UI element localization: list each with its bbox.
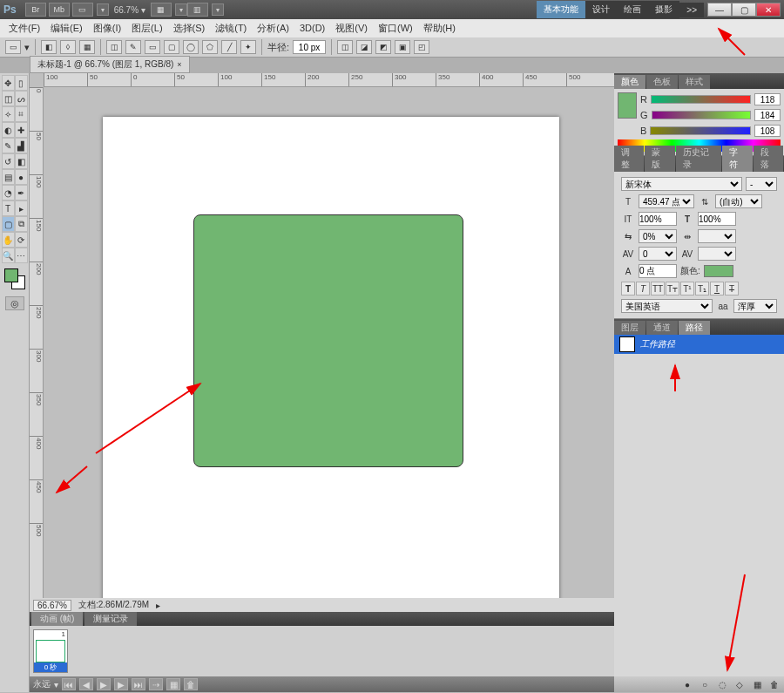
menu-filter[interactable]: 滤镜(T) (212, 20, 250, 37)
artboard-tool[interactable]: ▯ (15, 75, 28, 91)
leading-select[interactable]: (自动) (715, 194, 762, 208)
g-value[interactable] (754, 109, 781, 121)
combine-sub-icon[interactable]: ◩ (375, 40, 391, 54)
workspace-design[interactable]: 设计 (585, 1, 617, 18)
tab-mask[interactable]: 蒙版 (645, 146, 674, 172)
menu-3d[interactable]: 3D(D) (296, 21, 328, 35)
minibridge-button[interactable]: Mb (49, 3, 70, 17)
blur-tool[interactable]: ● (15, 169, 28, 185)
zoom-field[interactable]: 66.67% (33, 600, 71, 611)
color-preview-swatch[interactable] (618, 92, 637, 119)
tab-animation[interactable]: 动画 (帧) (31, 612, 83, 626)
r-slider[interactable] (651, 95, 751, 104)
sel-to-path-icon[interactable]: ◇ (733, 678, 746, 690)
dd[interactable]: ▾ (212, 3, 224, 16)
delete-path-icon[interactable]: 🗑 (768, 678, 781, 690)
frame-1[interactable]: 1 0 秒 (33, 629, 68, 673)
text-color-swatch[interactable] (704, 265, 733, 277)
tab-history[interactable]: 历史记录 (676, 146, 722, 172)
tab-color[interactable]: 颜色 (614, 75, 645, 89)
new-path-icon[interactable]: ▦ (751, 678, 763, 690)
type-tool[interactable]: T (2, 200, 15, 216)
menu-view[interactable]: 视图(V) (332, 20, 371, 37)
canvas[interactable] (44, 87, 614, 598)
bridge-button[interactable]: Br (25, 3, 46, 17)
fill-pixels-icon[interactable]: ▦ (79, 40, 95, 54)
tween-icon[interactable]: ⇢ (149, 678, 163, 690)
tab-adjust[interactable]: 调整 (614, 146, 644, 172)
menu-window[interactable]: 窗口(W) (375, 20, 416, 37)
tool-preset-icon[interactable]: ▭ (5, 40, 21, 54)
first-frame-icon[interactable]: ⏮ (62, 678, 76, 690)
arrange-button[interactable]: ▥ (187, 3, 208, 17)
rotate-tool[interactable]: ⟳ (15, 232, 28, 248)
bold-icon[interactable]: T (621, 282, 635, 296)
move-tool[interactable]: ✥ (2, 75, 15, 91)
work-path-item[interactable]: 工作路径 (614, 335, 784, 354)
fill-path-icon[interactable]: ● (681, 678, 693, 690)
r-value[interactable] (754, 93, 781, 105)
menu-image[interactable]: 图像(I) (90, 20, 125, 37)
screen-mode-button[interactable]: ▭ (72, 3, 93, 17)
custom-shape-icon[interactable]: ✦ (240, 40, 256, 54)
g-slider[interactable] (652, 111, 751, 119)
tab-layers[interactable]: 图层 (614, 321, 645, 335)
status-arrow-icon[interactable]: ▸ (156, 601, 160, 610)
line-icon[interactable]: ╱ (221, 40, 237, 54)
polygon-icon[interactable]: ⬠ (202, 40, 218, 54)
av-select[interactable] (698, 247, 736, 261)
crop-tool[interactable]: ⌗ (15, 106, 28, 122)
dd[interactable]: ▾ (24, 42, 30, 53)
combine-new-icon[interactable]: ◫ (337, 40, 353, 54)
superscript-icon[interactable]: T¹ (680, 282, 694, 296)
color-swatches[interactable] (3, 267, 27, 291)
shape-layers-icon[interactable]: ◧ (41, 40, 57, 54)
next-frame-icon[interactable]: ▶ (114, 678, 128, 690)
workspace-more[interactable]: >> (679, 3, 704, 17)
menu-help[interactable]: 帮助(H) (420, 20, 459, 37)
fg-color-swatch[interactable] (4, 268, 18, 282)
heal-tool[interactable]: ✚ (15, 122, 28, 138)
new-frame-icon[interactable]: ▦ (166, 678, 180, 690)
path-sel-tool[interactable]: ▸ (15, 200, 28, 216)
language-select[interactable]: 美国英语 (621, 299, 713, 313)
workspace-paint[interactable]: 绘画 (617, 1, 648, 18)
gradient-tool[interactable]: ▤ (2, 169, 15, 185)
subscript-icon[interactable]: T₁ (695, 282, 709, 296)
combine-add-icon[interactable]: ◪ (356, 40, 372, 54)
tab-paragraph[interactable]: 段落 (754, 146, 783, 172)
tracking-select[interactable] (698, 229, 736, 243)
menu-analysis[interactable]: 分析(A) (253, 20, 293, 37)
dodge-tool[interactable]: ◔ (2, 185, 15, 200)
dd[interactable]: ▾ (175, 3, 187, 16)
zoom-tool[interactable]: 🔍 (2, 248, 15, 263)
kerning-select[interactable]: 0% (639, 229, 677, 243)
document-tab[interactable]: 未标题-1 @ 66.7% (图层 1, RGB/8) × (30, 56, 190, 73)
rounded-rect-icon[interactable]: ▢ (164, 40, 179, 54)
allcaps-icon[interactable]: TT (651, 282, 665, 296)
ellipse-icon[interactable]: ◯ (183, 40, 199, 54)
tracking2-select[interactable]: 0 (639, 247, 677, 261)
maximize-button[interactable]: ▢ (732, 3, 756, 17)
dd[interactable]: ▾ (97, 3, 109, 16)
tab-channels[interactable]: 通道 (646, 321, 678, 335)
stroke-path-icon[interactable]: ○ (699, 678, 711, 690)
history-brush-tool[interactable]: ↺ (2, 153, 15, 169)
green-rect-shape[interactable] (193, 214, 463, 467)
aa-select[interactable]: 浑厚 (733, 299, 777, 313)
smallcaps-icon[interactable]: Tᴛ (666, 282, 679, 296)
shape-tool[interactable]: ▢ (2, 216, 15, 232)
tab-character[interactable]: 字符 (722, 146, 752, 172)
path-op-icon[interactable]: ◫ (106, 40, 122, 54)
close-tab-icon[interactable]: × (177, 60, 181, 69)
italic-icon[interactable]: T (636, 282, 650, 296)
font-family-select[interactable]: 新宋体 (621, 177, 742, 191)
paths-icon[interactable]: ◊ (60, 40, 76, 54)
menu-select[interactable]: 选择(S) (170, 20, 209, 37)
font-style-select[interactable]: - (746, 177, 777, 191)
workspace-photo[interactable]: 摄影 (648, 1, 679, 18)
tab-measure[interactable]: 测量记录 (84, 612, 137, 626)
hand-tool[interactable]: ✋ (2, 232, 15, 248)
quick-mask-button[interactable]: ◎ (5, 296, 24, 310)
wand-tool[interactable]: ✧ (2, 106, 15, 122)
